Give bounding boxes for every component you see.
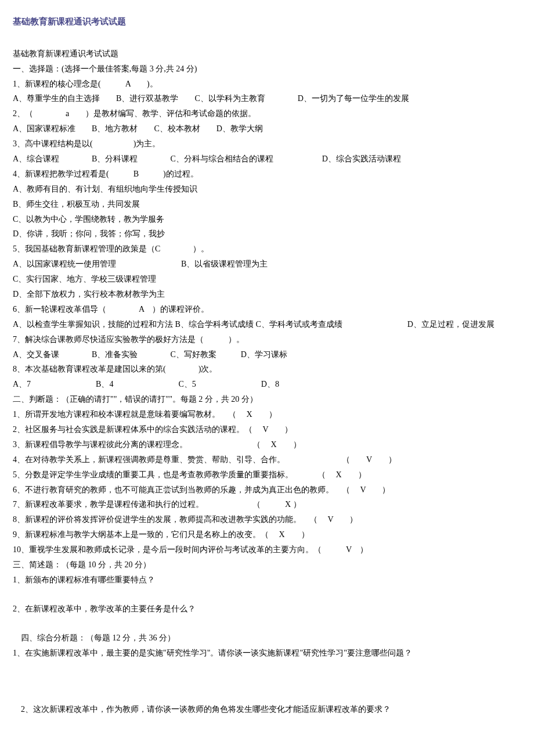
text-line: 5、我国基础教育新课程管理的政策是（C ）。 [13, 242, 521, 257]
text-line: A、国家课程标准 B、地方教材 C、校本教材 D、教学大纲 [13, 121, 521, 136]
text-line: 3、新课程倡导教学与课程彼此分离的课程理念。 （ X ） [13, 437, 521, 452]
text-line: 8、新课程的评价将发挥评价促进学生的发展，教师提高和改进教学实践的功能。 （ V… [13, 512, 521, 527]
text-line: 7、新课程改革要求，教学是课程传递和执行的过程。 （ X ） [13, 497, 521, 512]
text-line: 4、在对待教学关系上，新课程强调教师是尊重、赞赏、帮助、引导、合作。 （ V ） [13, 452, 521, 467]
text-line: 2、这次新课程改革中，作为教师，请你谈一谈教师的角色将发生哪些变化才能适应新课程… [13, 702, 521, 717]
text-line: 四、综合分析题：（每题 12 分，共 36 分） [13, 631, 521, 646]
text-line: C、以教为中心，学围绕教转，教为学服务 [13, 212, 521, 227]
text-line: A、综合课程 B、分科课程 C、分科与综合相结合的课程 D、综合实践活动课程 [13, 152, 521, 167]
text-line: A、7 B、4 C、5 D、8 [13, 377, 521, 392]
text-line: 6、不进行教育研究的教师，也不可能真正尝试到当教师的乐趣，并成为真正出色的教师。… [13, 483, 521, 498]
text-line: 3、高中课程结构是以( )为主。 [13, 136, 521, 152]
spacer [13, 588, 521, 602]
text-line: D、你讲，我听；你问，我答；你写，我抄 [13, 226, 521, 242]
text-line: B、师生交往，积极互动，共同发展 [13, 197, 521, 212]
text-line: A、尊重学生的自主选择 B、进行双基教学 C、以学科为主教育 D、一切为了每一位… [13, 91, 521, 106]
text-line: 7、解决综合课教师尽快适应实验教学的极好方法是（ ）。 [13, 332, 521, 347]
text-line: 一、选择题：(选择一个最佳答案,每题 3 分,共 24 分) [13, 62, 521, 77]
text-line: 10、重视学生发展和教师成长记录，是今后一段时间内评价与考试改革的主要方向。（ … [13, 542, 521, 557]
text-line: A、教师有目的、有计划、有组织地向学生传授知识 [13, 182, 521, 197]
text-line: 9、新课程标准与教学大纲基本上是一致的，它们只是名称上的改变。（ X ） [13, 527, 521, 542]
text-line: A、以国家课程统一使用管理 B、以省级课程管理为主 [13, 257, 521, 272]
text-line: 2、在新课程改革中，教学改革的主要任务是什么？ [13, 602, 521, 617]
text-line: 1、在实施新课程改革中，最主要的是实施"研究性学习"。请你谈一谈实施新课程"研究… [13, 646, 521, 661]
text-line: 基础教育新课程通识考试试题 [13, 46, 521, 62]
text-line: A、交叉备课 B、准备实验 C、写好教案 D、学习课标 [13, 347, 521, 362]
text-line: D、全部下放权力，实行校本教材教学为主 [13, 287, 521, 302]
text-line: 4、新课程把教学过程看是( B )的过程。 [13, 167, 521, 182]
text-line: A、以检查学生掌握知识，技能的过程和方法 B、综合学科考试成绩 C、学科考试或考… [13, 317, 521, 332]
text-line: 8、本次基础教育课程改革是建国以来的第( )次。 [13, 362, 521, 377]
text-line: 6、新一轮课程改革倡导（ A ）的课程评价。 [13, 302, 521, 317]
text-line: C、实行国家、地方、学校三级课程管理 [13, 272, 521, 287]
text-line: 5、分数是评定学生学业成绩的重要工具，也是考查教师教学质量的重要指标。 （ X … [13, 467, 521, 483]
text-line: 1、新颁布的课程标准有哪些重要特点？ [13, 573, 521, 588]
text-line: 三、简述题：（每题 10 分，共 20 分） [13, 557, 521, 573]
document-title: 基础教育新课程通识考试试题 [13, 14, 521, 30]
text-line: 2、社区服务与社会实践是新课程体系中的综合实践活动的课程。（ V ） [13, 422, 521, 437]
text-line: 二、判断题：（正确的请打""，错误的请打""。每题 2 分，共 20 分） [13, 392, 521, 407]
text-line: 1、新课程的核心理念是( A )。 [13, 77, 521, 92]
text-line: 1、所谓开发地方课程和校本课程就是意味着要编写教材。 （ X ） [13, 407, 521, 422]
spacer [13, 717, 521, 756]
spacer [13, 617, 521, 631]
spacer [13, 660, 521, 702]
text-line: 2、（ a ）是教材编写、教学、评估和考试命题的依据。 [13, 106, 521, 121]
document-body: 基础教育新课程通识考试试题 一、选择题：(选择一个最佳答案,每题 3 分,共 2… [13, 46, 521, 756]
